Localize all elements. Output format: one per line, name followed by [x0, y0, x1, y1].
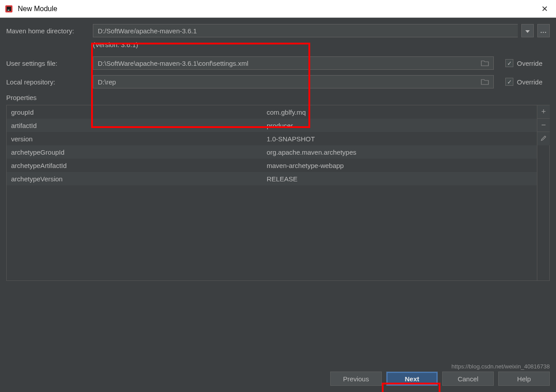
- dialog-body: Maven home directory: ... (Version: 3.6.…: [0, 18, 556, 392]
- folder-icon[interactable]: [481, 60, 491, 66]
- ellipsis-icon: ...: [540, 27, 547, 34]
- property-value: RELEASE: [267, 175, 532, 183]
- edit-property-button[interactable]: [537, 132, 550, 145]
- folder-icon[interactable]: [481, 79, 491, 85]
- maven-home-browse-button[interactable]: ...: [537, 24, 550, 37]
- row-maven-home: Maven home directory: ...: [6, 24, 550, 37]
- window-title: New Module: [18, 5, 538, 13]
- maven-home-combo[interactable]: [93, 24, 518, 37]
- property-key: version: [11, 135, 267, 143]
- user-settings-input[interactable]: [93, 60, 481, 67]
- property-key: archetypeVersion: [11, 175, 267, 183]
- add-property-button[interactable]: [537, 105, 550, 119]
- table-row[interactable]: version1.0-SNAPSHOT: [7, 132, 537, 145]
- label-properties: Properties: [6, 94, 550, 101]
- property-key: artifactId: [11, 122, 267, 129]
- cancel-button-label: Cancel: [458, 375, 479, 383]
- row-local-repo: Local repository: Override: [6, 75, 550, 88]
- row-version: (Version: 3.6.1): [6, 41, 550, 48]
- table-row[interactable]: artifactIdproducer: [7, 119, 537, 132]
- local-repo-override-wrap: Override: [505, 78, 550, 86]
- watermark-text: https://blog.csdn.net/weixin_40816738: [452, 363, 550, 370]
- properties-table[interactable]: groupIdcom.gblfy.mqartifactIdproducerver…: [6, 105, 537, 281]
- property-key: groupId: [11, 108, 267, 116]
- property-key: archetypeGroupId: [11, 148, 267, 156]
- maven-home-dropdown-button[interactable]: [521, 24, 534, 37]
- property-value: maven-archetype-webapp: [267, 162, 532, 169]
- cancel-button[interactable]: Cancel: [442, 372, 494, 386]
- user-settings-override-wrap: Override: [505, 59, 550, 67]
- property-value: org.apache.maven.archetypes: [267, 148, 532, 156]
- table-row[interactable]: archetypeGroupIdorg.apache.maven.archety…: [7, 145, 537, 159]
- table-row[interactable]: groupIdcom.gblfy.mq: [7, 105, 537, 119]
- svg-rect-2: [8, 10, 9, 11]
- titlebar: New Module ✕: [0, 0, 556, 18]
- table-row[interactable]: archetypeVersionRELEASE: [7, 172, 537, 185]
- maven-version-text: (Version: 3.6.1): [93, 41, 138, 48]
- properties-area: groupIdcom.gblfy.mqartifactIdproducerver…: [6, 105, 550, 281]
- label-local-repo: Local repository:: [6, 78, 93, 86]
- local-repo-override-label: Override: [517, 78, 543, 86]
- local-repo-field[interactable]: [93, 75, 494, 88]
- user-settings-override-label: Override: [517, 60, 543, 67]
- property-value: com.gblfy.mq: [267, 108, 532, 116]
- local-repo-override-checkbox[interactable]: [505, 78, 513, 86]
- property-key: archetypeArtifactId: [11, 162, 267, 169]
- chevron-down-icon: [525, 27, 530, 34]
- help-button[interactable]: Help: [498, 372, 550, 386]
- property-value: producer: [267, 122, 532, 129]
- property-value: 1.0-SNAPSHOT: [267, 135, 532, 143]
- table-row[interactable]: archetypeArtifactIdmaven-archetype-webap…: [7, 159, 537, 172]
- properties-tools: [537, 105, 550, 281]
- maven-home-input[interactable]: [93, 27, 518, 35]
- user-settings-field[interactable]: [93, 56, 494, 70]
- row-user-settings: User settings file: Override: [6, 56, 550, 70]
- intellij-logo-icon: [4, 4, 13, 13]
- next-button[interactable]: Next: [386, 372, 438, 386]
- close-icon[interactable]: ✕: [538, 2, 552, 16]
- next-button-label: Next: [405, 375, 420, 383]
- remove-property-button[interactable]: [537, 119, 550, 132]
- previous-button-label: Previous: [343, 375, 369, 383]
- previous-button[interactable]: Previous: [330, 372, 382, 386]
- label-maven-home: Maven home directory:: [6, 27, 93, 35]
- label-user-settings: User settings file:: [6, 60, 93, 67]
- pencil-icon: [540, 135, 547, 143]
- user-settings-override-checkbox[interactable]: [505, 59, 513, 67]
- button-bar: Previous Next Cancel Help: [330, 372, 550, 386]
- help-button-label: Help: [517, 375, 531, 383]
- local-repo-input[interactable]: [93, 78, 481, 86]
